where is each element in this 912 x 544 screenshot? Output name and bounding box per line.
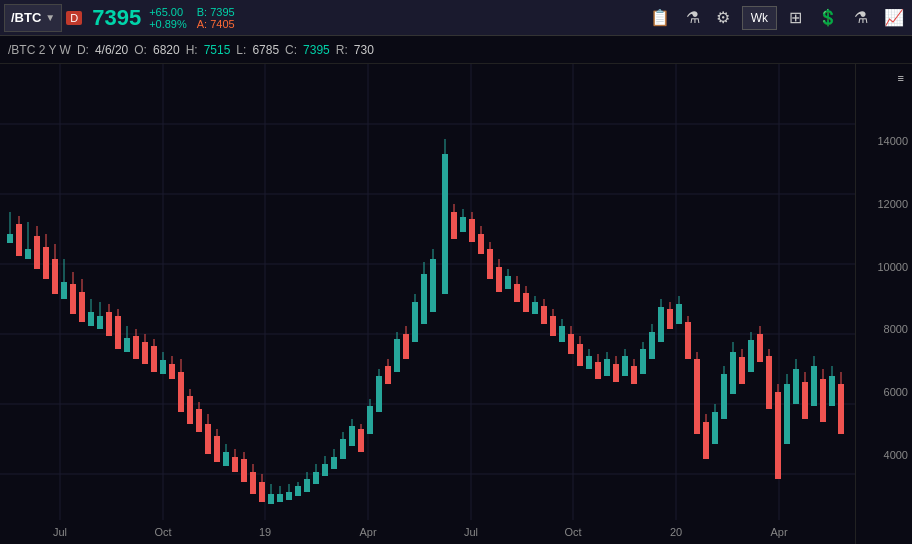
svg-rect-158 bbox=[613, 364, 619, 382]
svg-rect-148 bbox=[568, 334, 574, 354]
svg-rect-170 bbox=[667, 309, 673, 329]
price-change-value: +65.00 bbox=[149, 6, 187, 18]
svg-rect-132 bbox=[496, 267, 502, 292]
svg-rect-128 bbox=[478, 234, 484, 254]
y-label-6000: 6000 bbox=[860, 386, 908, 398]
symbol-badge: D bbox=[66, 11, 82, 25]
svg-rect-90 bbox=[304, 479, 310, 492]
svg-rect-134 bbox=[505, 276, 511, 289]
svg-rect-102 bbox=[358, 429, 364, 452]
svg-rect-160 bbox=[622, 356, 628, 376]
svg-rect-184 bbox=[730, 352, 736, 394]
price-change-percent: +0.89% bbox=[149, 18, 187, 30]
svg-rect-196 bbox=[784, 384, 790, 444]
chart-container[interactable]: ≡ 14000 12000 10000 8000 6000 4000 Jul O… bbox=[0, 64, 912, 544]
date-value: 4/6/20 bbox=[95, 43, 128, 57]
svg-rect-140 bbox=[532, 302, 538, 314]
svg-rect-162 bbox=[631, 366, 637, 384]
svg-rect-146 bbox=[559, 326, 565, 342]
svg-rect-94 bbox=[322, 464, 328, 476]
svg-rect-150 bbox=[577, 344, 583, 366]
high-value: 7515 bbox=[204, 43, 231, 57]
dropdown-arrow-icon[interactable]: ▼ bbox=[45, 12, 55, 23]
y-label-10000: 10000 bbox=[860, 261, 908, 273]
indicators-icon[interactable]: ⚗ bbox=[850, 4, 872, 31]
svg-rect-96 bbox=[331, 457, 337, 469]
range-value: 730 bbox=[354, 43, 374, 57]
ask-value: 7405 bbox=[210, 18, 234, 30]
bid-ask-display: B: 7395 A: 7405 bbox=[197, 6, 235, 30]
low-label: L: bbox=[236, 43, 246, 57]
bid-label: B: bbox=[197, 6, 207, 18]
svg-rect-38 bbox=[70, 284, 76, 314]
symbol-selector[interactable]: /BTC ▼ bbox=[4, 4, 62, 32]
svg-rect-56 bbox=[151, 346, 157, 372]
svg-rect-206 bbox=[829, 376, 835, 406]
svg-rect-72 bbox=[223, 452, 229, 466]
svg-rect-64 bbox=[187, 396, 193, 424]
svg-rect-24 bbox=[7, 234, 13, 243]
svg-rect-190 bbox=[757, 334, 763, 362]
svg-rect-154 bbox=[595, 362, 601, 379]
chart-svg[interactable]: Jul Oct 19 Apr Jul Oct 20 Apr bbox=[0, 64, 855, 544]
svg-rect-120 bbox=[442, 154, 448, 294]
svg-rect-82 bbox=[268, 494, 274, 504]
compare-icon[interactable]: ⊞ bbox=[785, 4, 806, 31]
date-label: D: bbox=[77, 43, 89, 57]
svg-rect-200 bbox=[802, 382, 808, 419]
svg-rect-74 bbox=[232, 457, 238, 472]
svg-rect-54 bbox=[142, 342, 148, 364]
svg-rect-204 bbox=[820, 379, 826, 422]
timeframe-wk-button[interactable]: Wk bbox=[742, 6, 777, 30]
y-axis-icon[interactable]: ≡ bbox=[860, 72, 908, 84]
studies-icon[interactable]: ⚗ bbox=[682, 4, 704, 31]
svg-rect-106 bbox=[376, 376, 382, 412]
svg-rect-88 bbox=[295, 486, 301, 496]
svg-rect-52 bbox=[133, 336, 139, 359]
svg-rect-192 bbox=[766, 356, 772, 409]
svg-text:Apr: Apr bbox=[770, 526, 787, 538]
svg-text:Oct: Oct bbox=[154, 526, 171, 538]
svg-rect-68 bbox=[205, 424, 211, 454]
svg-rect-80 bbox=[259, 482, 265, 502]
svg-text:20: 20 bbox=[670, 526, 682, 538]
svg-rect-28 bbox=[25, 249, 31, 259]
y-axis: ≡ 14000 12000 10000 8000 6000 4000 bbox=[855, 64, 912, 544]
svg-rect-26 bbox=[16, 224, 22, 256]
svg-rect-58 bbox=[160, 360, 166, 374]
top-bar: /BTC ▼ D 7395 +65.00 +0.89% B: 7395 A: 7… bbox=[0, 0, 912, 36]
current-price: 7395 bbox=[92, 5, 141, 31]
watchlist-icon[interactable]: 📋 bbox=[646, 4, 674, 31]
svg-rect-62 bbox=[178, 372, 184, 412]
svg-rect-84 bbox=[277, 494, 283, 502]
svg-rect-86 bbox=[286, 492, 292, 500]
svg-rect-202 bbox=[811, 366, 817, 406]
svg-rect-112 bbox=[403, 334, 409, 359]
svg-text:Jul: Jul bbox=[464, 526, 478, 538]
y-label-4000: 4000 bbox=[860, 449, 908, 461]
svg-rect-70 bbox=[214, 436, 220, 462]
range-label: R: bbox=[336, 43, 348, 57]
chart-symbol: /BTC 2 Y W bbox=[8, 43, 71, 57]
svg-rect-100 bbox=[349, 426, 355, 446]
bid-price: B: 7395 bbox=[197, 6, 235, 18]
svg-rect-172 bbox=[676, 304, 682, 324]
svg-rect-166 bbox=[649, 332, 655, 359]
toolbar-right: 📋 ⚗ ⚙ Wk ⊞ 💲 ⚗ 📈 bbox=[646, 4, 908, 31]
close-label: C: bbox=[285, 43, 297, 57]
y-label-8000: 8000 bbox=[860, 323, 908, 335]
price-icon[interactable]: 💲 bbox=[814, 4, 842, 31]
svg-rect-126 bbox=[469, 219, 475, 242]
bid-value: 7395 bbox=[210, 6, 234, 18]
settings-icon[interactable]: ⚙ bbox=[712, 4, 734, 31]
drawing-icon[interactable]: 📈 bbox=[880, 4, 908, 31]
svg-rect-152 bbox=[586, 356, 592, 369]
svg-rect-60 bbox=[169, 364, 175, 379]
svg-text:Oct: Oct bbox=[564, 526, 581, 538]
svg-rect-48 bbox=[115, 316, 121, 349]
svg-rect-122 bbox=[451, 212, 457, 239]
svg-rect-104 bbox=[367, 406, 373, 434]
svg-rect-44 bbox=[97, 316, 103, 329]
svg-rect-142 bbox=[541, 306, 547, 324]
svg-rect-30 bbox=[34, 236, 40, 269]
